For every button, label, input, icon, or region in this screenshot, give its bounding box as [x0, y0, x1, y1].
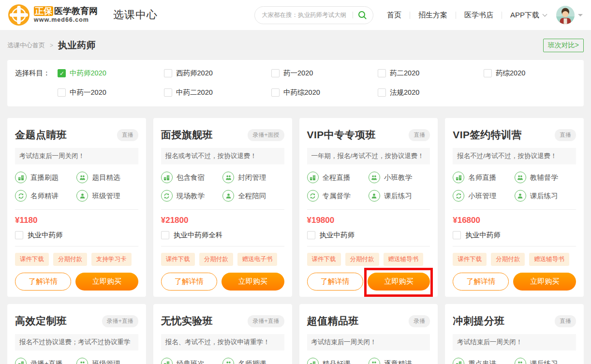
- course-subject-option[interactable]: 执业中药师全科: [161, 231, 284, 240]
- course-title: VIP签约特训营: [453, 128, 522, 142]
- buy-button[interactable]: 立即购买: [75, 273, 138, 291]
- filter-options: 中药师2020 西药师2020 药一2020 药二2020 药综2020 中药一…: [58, 67, 525, 98]
- feature-label: 名师直播: [468, 173, 496, 182]
- course-card: 面授旗舰班 录播+面授 报名或考试不过，按协议退费！ 包含食宿封闭管理现场教学全…: [153, 118, 292, 297]
- breadcrumb-current: 执业药师: [58, 39, 96, 52]
- feature-label: 小班管理: [468, 191, 496, 201]
- chevron-down-icon[interactable]: [578, 14, 583, 19]
- detail-button[interactable]: 了解详情: [161, 273, 217, 291]
- checkbox-label: 中药一2020: [70, 88, 106, 97]
- detail-button[interactable]: 了解详情: [15, 273, 71, 291]
- buy-button[interactable]: 立即购买: [368, 273, 430, 291]
- checkbox[interactable]: [378, 88, 386, 97]
- course-feature: 录播+直播: [15, 358, 76, 364]
- course-feature: 全程直播: [307, 172, 369, 183]
- course-card: 无忧实验班 录播+直播 报名、考试不过，按协议申请重学！ 经典班次名师授课: [153, 304, 292, 364]
- subject-label: 执业中药师: [320, 231, 355, 240]
- course-card: 高效定制班 录播+直播 报名不过协议退费；考试不过协议重学 录播+直播班级管理: [7, 304, 146, 364]
- subject-checkbox-option[interactable]: 中药二2020: [164, 87, 271, 98]
- course-tag: 分期付款: [491, 253, 525, 266]
- course-feature: 精品好课: [307, 358, 369, 364]
- checkbox[interactable]: [307, 231, 315, 239]
- nav-item[interactable]: APP下载: [510, 11, 547, 20]
- detail-button[interactable]: 了解详情: [307, 273, 363, 291]
- buy-button-wrap: 立即购买: [368, 273, 430, 291]
- subject-checkbox-option[interactable]: 西药师2020: [164, 67, 271, 79]
- course-title: 超值精品班: [307, 314, 359, 328]
- nav-item[interactable]: 首页: [387, 11, 401, 20]
- nav-item[interactable]: 招生方案: [418, 11, 447, 20]
- course-feature: 课后练习: [515, 190, 576, 202]
- divider: [161, 209, 284, 210]
- user-menu[interactable]: [556, 6, 583, 24]
- avatar[interactable]: [556, 6, 575, 24]
- site-logo[interactable]: 正保医学教育网 www.med66.com: [8, 4, 98, 26]
- course-card-header: 高效定制班 录播+直播: [15, 314, 138, 328]
- search-box[interactable]: [254, 6, 373, 24]
- course-features: 全程直播小班教学专属督学课后练习: [307, 172, 430, 202]
- subject-checkbox-option[interactable]: 法规2020: [378, 87, 484, 98]
- building-icon: [453, 172, 464, 183]
- search-icon[interactable]: [357, 10, 367, 20]
- building-icon: [307, 172, 319, 183]
- class-compare-button[interactable]: 班次对比>: [543, 39, 584, 52]
- subject-checkbox-option[interactable]: 药综2020: [484, 67, 525, 79]
- course-type-badge: 直播: [555, 315, 576, 327]
- checkbox[interactable]: [484, 69, 492, 77]
- course-title: 面授旗舰班: [161, 128, 213, 142]
- course-features: 重点串讲课后练习: [453, 358, 576, 364]
- feature-label: 录播+直播: [30, 359, 62, 364]
- buy-button-wrap: 立即购买: [222, 273, 284, 291]
- course-tags: 课件下载分期付款赠送辅导书: [307, 253, 430, 266]
- course-tag: 赠送辅导书: [529, 253, 569, 266]
- course-description: 报名不过/考试不过，按协议退费！: [453, 148, 576, 164]
- search-input[interactable]: [261, 11, 348, 19]
- course-subject-option[interactable]: 执业中药师: [453, 231, 576, 240]
- course-type-badge: 录播+直播: [248, 315, 284, 327]
- subject-checkbox-option[interactable]: 药二2020: [378, 67, 484, 79]
- checkbox[interactable]: [271, 69, 280, 77]
- feature-label: 直播刷题: [30, 173, 59, 182]
- checkbox[interactable]: [164, 69, 172, 77]
- checkbox[interactable]: [58, 69, 66, 77]
- course-features: 经典班次名师授课: [161, 358, 284, 364]
- checkbox[interactable]: [453, 231, 461, 239]
- subject-label: 执业中药师: [465, 231, 501, 240]
- course-actions: 了解详情 立即购买: [453, 273, 576, 291]
- buy-button[interactable]: 立即购买: [222, 273, 284, 291]
- checkbox-label: 药二2020: [390, 69, 419, 78]
- buy-button[interactable]: 立即购买: [513, 273, 576, 291]
- subject-checkbox-option[interactable]: 中药师2020: [58, 67, 164, 79]
- detail-button[interactable]: 了解详情: [453, 273, 509, 291]
- nav-item[interactable]: 医学书店: [464, 11, 493, 20]
- course-feature: 小班教学: [369, 172, 430, 183]
- course-tag: 分期付款: [345, 253, 379, 266]
- brand-url: www.med66.com: [34, 16, 98, 24]
- checkbox[interactable]: [164, 88, 172, 97]
- subject-checkbox-option[interactable]: 药一2020: [271, 67, 378, 79]
- course-type-badge: 录播: [409, 315, 430, 327]
- breadcrumb: 选课中心首页 > 执业药师 班次对比>: [7, 30, 584, 53]
- checkbox[interactable]: [378, 69, 386, 77]
- checkbox[interactable]: [161, 231, 169, 239]
- checkbox[interactable]: [58, 88, 66, 97]
- breadcrumb-root-link[interactable]: 选课中心首页: [7, 41, 45, 50]
- group-icon: [76, 172, 88, 183]
- course-subject-option[interactable]: 执业中药师: [15, 231, 138, 240]
- course-subject-option[interactable]: 执业中药师: [307, 231, 430, 240]
- checkbox-label: 药一2020: [283, 69, 313, 78]
- course-features: 精品好课逐章精讲: [307, 358, 430, 364]
- feature-label: 课后练习: [530, 191, 558, 201]
- subject-checkbox-option[interactable]: 中药综2020: [271, 87, 378, 98]
- brand-text: 正保医学教育网 www.med66.com: [34, 6, 98, 24]
- course-feature: 逐章精讲: [369, 358, 430, 364]
- buy-button-wrap: 立即购买: [75, 273, 138, 291]
- checkbox[interactable]: [15, 231, 23, 239]
- subject-checkbox-option[interactable]: 中药一2020: [58, 87, 164, 98]
- nav-separator: [410, 12, 410, 19]
- course-type-badge: 直播: [117, 129, 138, 141]
- checkbox[interactable]: [271, 88, 280, 97]
- feature-label: 小班教学: [384, 173, 412, 182]
- group-icon: [222, 358, 234, 364]
- course-tag: 赠送电子书: [237, 253, 278, 266]
